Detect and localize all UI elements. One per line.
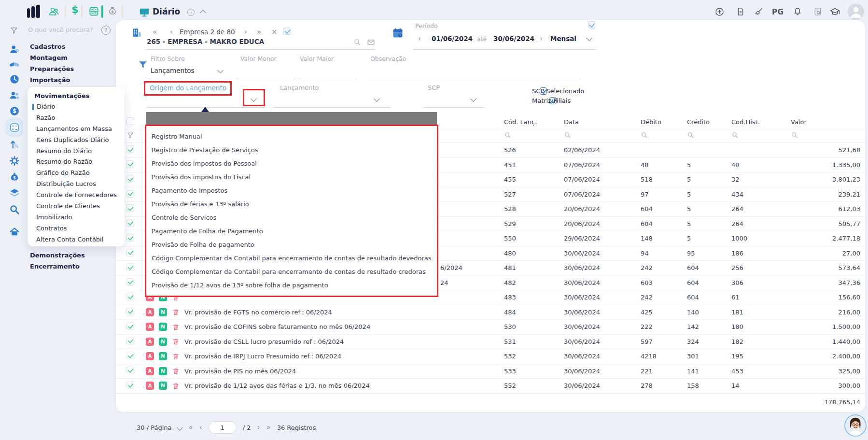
- info-icon[interactable]: i: [187, 9, 195, 16]
- sidebar-item-montagem[interactable]: Montagem: [30, 52, 74, 63]
- row-checkbox[interactable]: [126, 381, 134, 389]
- document-icon[interactable]: [736, 7, 745, 16]
- rail-icon-money-bag[interactable]: $: [9, 171, 20, 182]
- table-row[interactable]: ANVr. provisão de CSLL lucro presumido r…: [116, 335, 865, 350]
- first-company-button[interactable]: «: [153, 28, 157, 36]
- row-checkbox[interactable]: [126, 337, 134, 345]
- table-row[interactable]: ANVr. provisão de 1/12 avos das férias e…: [116, 379, 865, 394]
- column-search-icon[interactable]: [791, 131, 798, 139]
- lancamento-label[interactable]: Lançamento: [280, 84, 319, 91]
- trash-icon[interactable]: [172, 338, 180, 345]
- rail-icon-users[interactable]: [9, 90, 20, 100]
- clear-company-icon[interactable]: ×: [271, 28, 278, 36]
- origem-label[interactable]: Origem do Lançamento: [150, 84, 226, 92]
- rail-icon-handshake[interactable]: [9, 59, 20, 70]
- valor-menor-input[interactable]: [239, 79, 296, 79]
- dropdown-option[interactable]: Registro de Prestação de Serviços: [146, 146, 437, 154]
- column-search-icon[interactable]: [564, 131, 571, 139]
- help-icon[interactable]: ?: [101, 26, 111, 35]
- column-search-icon[interactable]: [731, 131, 739, 139]
- sidebar-item-preparações[interactable]: Preparações: [30, 63, 74, 74]
- rail-icon-layers[interactable]: [9, 187, 20, 198]
- row-checkbox[interactable]: [126, 160, 134, 168]
- sidebar-item-cadastros[interactable]: Cadastros: [30, 41, 74, 52]
- select-all-checkbox[interactable]: [126, 117, 134, 125]
- dropdown-option[interactable]: Controle de Servicos: [146, 214, 437, 221]
- rail-icon-chart-up[interactable]: %: [9, 139, 20, 149]
- next-company-button[interactable]: ›: [244, 28, 247, 36]
- money-bag-module-icon[interactable]: $: [107, 6, 118, 16]
- rail-icon-gear[interactable]: [9, 156, 20, 166]
- company-filter-checkbox[interactable]: [283, 28, 291, 35]
- trash-icon[interactable]: [172, 323, 180, 331]
- column-header[interactable]: Data: [564, 118, 641, 126]
- rail-icon-user-settings[interactable]: [9, 44, 20, 55]
- envelope-icon[interactable]: [367, 38, 375, 46]
- row-checkbox[interactable]: [126, 175, 134, 183]
- row-checkbox[interactable]: [126, 367, 134, 374]
- user-avatar[interactable]: [848, 3, 864, 22]
- people-module-icon[interactable]: [48, 6, 59, 17]
- column-search-icon[interactable]: [641, 131, 648, 139]
- period-checkbox[interactable]: [588, 21, 595, 28]
- next-period-button[interactable]: ›: [540, 35, 543, 43]
- collapse-chevron-icon[interactable]: [200, 10, 206, 16]
- row-checkbox[interactable]: [126, 308, 134, 315]
- submenu-item-controle-de-fornecedores[interactable]: Controle de Fornecedores: [32, 190, 125, 201]
- dropdown-option[interactable]: Pagamento de Folha de Pagamento: [146, 227, 437, 235]
- row-checkbox[interactable]: [126, 234, 134, 241]
- dropdown-option[interactable]: Pagamento de Impostos: [146, 187, 437, 194]
- submenu-item-diário[interactable]: Diário: [32, 101, 125, 113]
- dropdown-option[interactable]: Provisão de férias e 13º salário: [146, 200, 437, 208]
- submenu-item-imobilizado[interactable]: Imobilizado: [32, 212, 125, 223]
- row-checkbox[interactable]: [126, 190, 134, 198]
- rail-icon-clock[interactable]: [9, 74, 20, 85]
- dropdown-selected-bar[interactable]: [146, 112, 437, 125]
- submenu-item-razão[interactable]: Razão: [32, 113, 125, 124]
- filtro-sobre-value[interactable]: Lançamentos: [151, 67, 195, 74]
- search-filter-icon[interactable]: [10, 26, 18, 37]
- graduation-cap-icon[interactable]: [829, 6, 840, 17]
- trash-icon[interactable]: [172, 353, 180, 360]
- submenu-item-resumo-do-diário[interactable]: Resumo do Diário: [32, 146, 125, 157]
- submenu-item-itens-duplicados-diário[interactable]: Itens Duplicados Diário: [32, 135, 125, 146]
- prev-period-button[interactable]: ‹: [418, 35, 421, 43]
- row-checkbox[interactable]: [126, 145, 134, 153]
- rail-icon-home[interactable]: [9, 227, 20, 237]
- dropdown-option[interactable]: Código Complementar da Contabil para enc…: [146, 255, 437, 262]
- submenu-item-gráfico-do-razão[interactable]: Gráfico do Razão: [32, 168, 125, 179]
- submenu-item-contratos[interactable]: Contratos: [32, 223, 125, 234]
- submenu-item-controle-de-clientes[interactable]: Controle de Clientes: [32, 201, 125, 212]
- sidebar-item-encerramento[interactable]: Encerramento: [30, 261, 85, 272]
- support-chat-avatar[interactable]: [844, 414, 867, 437]
- broom-icon[interactable]: [754, 7, 764, 17]
- dropdown-option[interactable]: Provisão de 1/12 avos de 13º sobre folha…: [146, 282, 437, 289]
- rail-icon-dollar[interactable]: $: [9, 106, 20, 116]
- row-filter-funnel-icon[interactable]: [126, 131, 134, 139]
- valor-maior-input[interactable]: [298, 79, 356, 79]
- trash-icon[interactable]: [172, 382, 180, 390]
- bell-icon[interactable]: [793, 7, 802, 16]
- column-header[interactable]: Débito: [641, 118, 687, 126]
- column-header[interactable]: Valor: [791, 118, 860, 126]
- period-mode-chevron-icon[interactable]: [586, 35, 592, 41]
- column-search-icon[interactable]: [687, 131, 694, 139]
- submenu-item-distribuição-lucros[interactable]: Distribuição Lucros: [32, 179, 125, 190]
- table-row[interactable]: ANVr. provisão de PIS no mês 06/20245333…: [116, 364, 865, 379]
- dropdown-option[interactable]: Código Complementar da Contabil para enc…: [146, 268, 437, 275]
- scp-chevron-icon[interactable]: [470, 96, 476, 102]
- origem-chevron-icon[interactable]: [251, 96, 257, 102]
- dropdown-option[interactable]: Registro Manual: [146, 133, 437, 140]
- row-checkbox[interactable]: [126, 249, 134, 256]
- scp-label[interactable]: SCP: [428, 84, 440, 91]
- search-input[interactable]: [27, 26, 99, 34]
- row-checkbox[interactable]: [126, 278, 134, 286]
- per-page-chevron-icon[interactable]: [177, 425, 183, 431]
- filtro-sobre-chevron-icon[interactable]: [217, 67, 224, 73]
- row-checkbox[interactable]: [126, 352, 134, 359]
- page-input[interactable]: [209, 421, 237, 434]
- prev-page-button[interactable]: ‹: [199, 424, 202, 431]
- observacao-input[interactable]: [367, 79, 580, 79]
- finance-module-icon[interactable]: $: [71, 4, 79, 15]
- table-row[interactable]: ANVr. provisão de IRPJ Lucro Presumido r…: [116, 349, 865, 364]
